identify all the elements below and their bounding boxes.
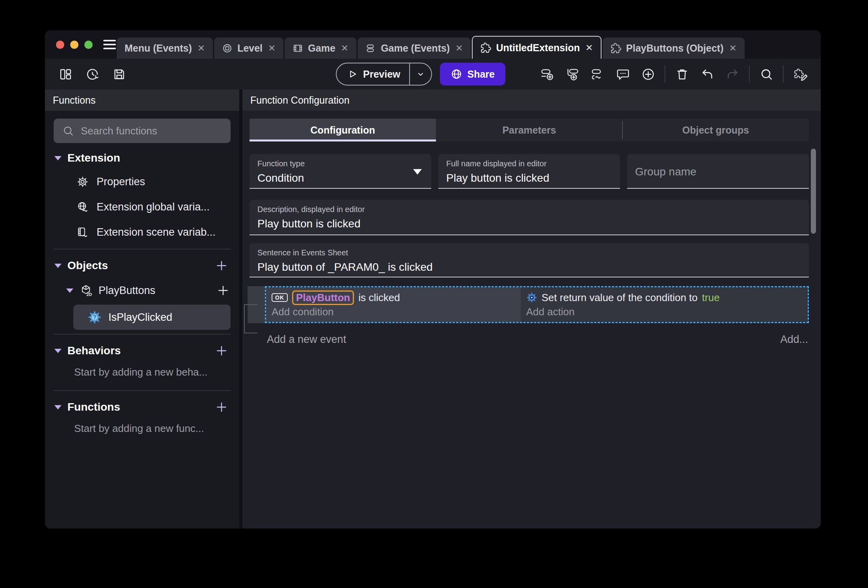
behaviors-section: Behaviors Start by adding a new beha... [54, 334, 231, 386]
close-icon[interactable]: ✕ [455, 43, 463, 54]
item-label: Extension global varia... [97, 201, 210, 213]
functions-section-header[interactable]: Functions [54, 395, 231, 419]
plus-icon [215, 401, 228, 413]
sidebar-item-global-variables[interactable]: Extension global varia... [54, 194, 231, 220]
close-icon[interactable]: ✕ [729, 43, 737, 54]
trash-icon [675, 67, 689, 81]
toolbar-divider [749, 65, 750, 83]
toggle-panels-button[interactable] [57, 65, 74, 83]
redo-button[interactable] [724, 65, 741, 83]
sidebar-item-scene-variables[interactable]: Extension scene variab... [54, 220, 231, 245]
function-type-select[interactable]: Function type Condition [250, 154, 431, 189]
add-object-function-button[interactable] [216, 283, 231, 298]
action-text: Set return value of the condition to [542, 292, 698, 304]
tab-game-events[interactable]: Game (Events) ✕ [358, 37, 471, 59]
content-area: Functions Extension Properties [45, 89, 821, 528]
close-icon[interactable]: ✕ [341, 43, 348, 54]
tab-object-groups[interactable]: Object groups [622, 119, 809, 141]
add-other-event-button[interactable] [589, 65, 606, 83]
add-object-button[interactable] [214, 258, 229, 273]
configuration-body: Configuration Parameters Object groups F… [242, 111, 821, 528]
full-name-value: Play button is clicked [446, 172, 612, 184]
circle-plus-button[interactable] [639, 65, 657, 83]
save-button[interactable] [110, 65, 128, 83]
scrollbar-thumb[interactable] [811, 149, 816, 234]
add-other-event-icon [591, 67, 605, 81]
functions-sidebar: Functions Extension Properties [45, 89, 239, 528]
events-icon [365, 43, 376, 54]
edit-extension-button[interactable] [792, 65, 809, 83]
main-menu-icon[interactable] [103, 40, 116, 49]
minimize-window-button[interactable] [70, 41, 78, 49]
sidebar-item-playbuttons[interactable]: PlayButtons [54, 278, 231, 303]
save-icon [112, 67, 126, 81]
close-icon[interactable]: ✕ [268, 43, 276, 54]
title-tab-bar: Menu (Events) ✕ Level ✕ Game ✕ Game (Eve… [45, 30, 821, 59]
preview-button[interactable]: Preview [337, 63, 409, 85]
action-value[interactable]: true [702, 292, 720, 304]
ok-badge: OK [272, 293, 288, 302]
section-label: Objects [67, 259, 108, 272]
extension-section: Extension Properties Extension global va… [54, 143, 231, 245]
game-icon [292, 43, 303, 54]
add-comment-button[interactable] [614, 65, 631, 83]
tab-level[interactable]: Level ✕ [214, 37, 283, 59]
plus-icon [215, 344, 228, 357]
close-icon[interactable]: ✕ [585, 43, 593, 53]
tab-playbuttons-object[interactable]: PlayButtons (Object) ✕ [603, 37, 745, 59]
add-event-row: Add a new event Add... [250, 333, 809, 346]
close-icon[interactable]: ✕ [197, 43, 205, 54]
add-event-button[interactable] [538, 65, 556, 83]
condition-object-chip[interactable]: PlayButton [292, 290, 354, 305]
delete-button[interactable] [673, 65, 691, 83]
search-functions-input[interactable] [81, 125, 222, 137]
plus-icon [215, 259, 228, 272]
circle-plus-icon [641, 67, 655, 81]
action-row[interactable]: Set return value of the condition to tru… [526, 290, 808, 305]
add-more-button[interactable]: Add... [780, 333, 809, 346]
preview-options-button[interactable] [409, 63, 431, 85]
tab-parameters[interactable]: Parameters [436, 119, 622, 141]
full-name-field[interactable]: Full name displayed in editor Play butto… [438, 154, 620, 189]
caret-down-icon[interactable] [54, 264, 61, 268]
add-behavior-button[interactable] [214, 343, 229, 358]
selected-event[interactable]: OK PlayButton is clicked Add condition S… [265, 286, 809, 323]
add-function-button[interactable] [214, 400, 229, 415]
behaviors-section-header[interactable]: Behaviors [54, 339, 231, 363]
extension-section-header[interactable]: Extension [54, 147, 231, 169]
add-condition-button[interactable]: Add condition [272, 305, 521, 319]
caret-down-icon[interactable] [54, 349, 61, 353]
sidebar-item-isplayclicked[interactable]: IsPlayClicked [73, 305, 231, 330]
gear-icon [76, 176, 89, 188]
maximize-window-button[interactable] [84, 41, 93, 49]
redo-icon [726, 67, 739, 81]
undo-button[interactable] [698, 65, 716, 83]
search-functions-box[interactable] [54, 119, 231, 143]
app-window: Menu (Events) ✕ Level ✕ Game ✕ Game (Eve… [45, 30, 821, 528]
group-name-field[interactable]: Group name [627, 154, 809, 189]
share-button[interactable]: Share [440, 63, 505, 86]
history-button[interactable] [84, 65, 101, 83]
sidebar-item-properties[interactable]: Properties [54, 169, 231, 194]
event-conditions-cell[interactable]: OK PlayButton is clicked Add condition [266, 287, 521, 322]
tab-configuration[interactable]: Configuration [250, 119, 436, 141]
objects-section-header[interactable]: Objects [54, 253, 231, 278]
add-new-event-button[interactable]: Add a new event [267, 333, 346, 346]
close-window-button[interactable] [56, 41, 64, 49]
tab-game[interactable]: Game ✕ [285, 37, 356, 59]
tab-menu-events[interactable]: Menu (Events) ✕ [117, 37, 213, 59]
caret-down-icon[interactable] [54, 405, 61, 409]
sentence-field[interactable]: Sentence in Events Sheet Play button of … [250, 243, 809, 277]
extension-icon [481, 43, 491, 53]
add-action-button[interactable]: Add action [526, 305, 808, 319]
search-button[interactable] [758, 65, 775, 83]
condition-row[interactable]: OK PlayButton is clicked [272, 290, 521, 305]
event-actions-cell[interactable]: Set return value of the condition to tru… [521, 287, 808, 322]
caret-down-icon[interactable] [66, 288, 73, 293]
caret-down-icon[interactable] [54, 156, 61, 160]
toolbar-left-group [57, 65, 128, 83]
description-field[interactable]: Description, displayed in editor Play bu… [250, 200, 809, 235]
add-subevent-button[interactable] [564, 65, 581, 83]
globe-icon [451, 68, 462, 80]
tab-untitled-extension[interactable]: UntitledExtension ✕ [472, 36, 602, 59]
